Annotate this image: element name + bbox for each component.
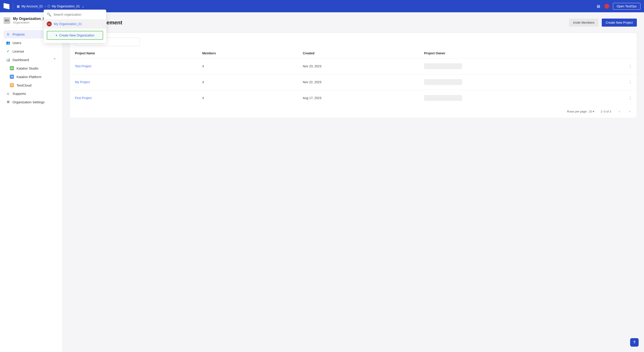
- org-search-row: 🔍: [44, 10, 106, 19]
- rows-per-page-label: Rows per page:: [567, 110, 588, 113]
- sidebar-item-label: License: [12, 50, 24, 53]
- table-row: Test Project 4 Nov 23, 2023 ⋮: [70, 58, 636, 74]
- globe-icon[interactable]: [604, 4, 609, 9]
- testcloud-icon: TC: [10, 83, 14, 87]
- prev-page-button[interactable]: ‹: [618, 109, 622, 114]
- table-row: First Project 4 Aug 17, 2023 ⋮: [70, 90, 636, 106]
- sidebar-item-label: Katalon Studio: [16, 66, 38, 70]
- building-icon: [17, 4, 20, 8]
- org-dropdown-item[interactable]: MO My Organization_01: [44, 19, 106, 29]
- owner-placeholder: [424, 79, 462, 85]
- main-content: Project Management Invite Members Create…: [63, 12, 644, 352]
- sidebar-item-label: TestCloud: [16, 84, 32, 87]
- project-link[interactable]: Test Project: [75, 64, 91, 68]
- sitemap-icon: [48, 4, 50, 8]
- breadcrumb-org[interactable]: My Organization_01 ⌄: [48, 4, 84, 8]
- projects-icon: ⎘: [6, 32, 10, 36]
- cell-created: Nov 22, 2023: [298, 74, 419, 90]
- projects-table: Project Name Members Created Project Own…: [70, 48, 636, 106]
- org-label: My Organization_01: [52, 4, 80, 8]
- sidebar-item-label: Dashboard: [12, 58, 29, 62]
- pagination-range: 1–3 of 3: [600, 110, 611, 113]
- sidebar-item-label: Users: [12, 41, 21, 45]
- col-owner: Project Owner: [419, 48, 623, 58]
- plus-icon: +: [56, 34, 57, 37]
- sidebar-item-dashboard[interactable]: 📊 Dashboard ⌃: [4, 56, 59, 64]
- help-fab[interactable]: ?: [630, 338, 639, 347]
- col-created: Created: [298, 48, 419, 58]
- table-row: My Project 4 Nov 22, 2023 ⋮: [70, 74, 636, 90]
- logo-icon[interactable]: [4, 3, 10, 10]
- project-link[interactable]: First Project: [75, 96, 92, 100]
- search-icon: 🔍: [47, 12, 51, 16]
- sidebar-item-katalon-studio[interactable]: SE Katalon Studio: [4, 64, 59, 72]
- sidebar-item-katalon-platform[interactable]: TE Katalon Platform: [4, 72, 59, 81]
- create-new-project-button[interactable]: Create New Project: [602, 18, 637, 26]
- col-members: Members: [197, 48, 298, 58]
- create-org-label: Create New Organization: [59, 34, 94, 37]
- sidebar-item-label: Organization Settings: [12, 100, 44, 104]
- dashboard-icon: 📊: [6, 58, 10, 62]
- platform-icon: TE: [10, 75, 14, 79]
- cell-members: 4: [197, 74, 298, 90]
- chevron-down-icon: ⌄: [82, 4, 84, 8]
- gear-icon: ⚙: [6, 100, 10, 104]
- page-actions: Invite Members Create New Project: [569, 18, 637, 26]
- sidebar-item-supports[interactable]: ☺ Supports: [4, 90, 59, 98]
- sidebar-item-label: Projects: [12, 32, 24, 36]
- row-more-icon[interactable]: ⋮: [623, 74, 636, 90]
- divider: [13, 3, 13, 10]
- header-right: ▤ Open TestOps: [596, 3, 640, 10]
- open-testops-button[interactable]: Open TestOps: [613, 3, 640, 10]
- breadcrumb-account[interactable]: My Account_01 ›: [17, 4, 46, 8]
- projects-card: Project Name Members Created Project Own…: [70, 33, 637, 118]
- account-label: My Account_01: [22, 4, 43, 8]
- cell-created: Aug 17, 2023: [298, 90, 419, 106]
- chevron-up-icon: ⌃: [53, 58, 56, 62]
- sidebar-item-license[interactable]: ✓ License: [4, 47, 59, 56]
- next-page-button[interactable]: ›: [628, 109, 632, 114]
- rows-per-page-select[interactable]: 10 ▾: [589, 110, 594, 113]
- help-icon: ?: [633, 340, 636, 344]
- chevron-right-icon: ›: [45, 5, 46, 8]
- org-dropdown: 🔍 MO My Organization_01 + Create New Org…: [44, 10, 106, 43]
- org-search-input[interactable]: [54, 13, 103, 16]
- create-org-button[interactable]: + Create New Organization: [47, 31, 103, 40]
- studio-icon: SE: [10, 66, 14, 70]
- header-left: My Account_01 › My Organization_01 ⌄: [4, 3, 84, 10]
- cell-members: 4: [197, 58, 298, 74]
- sidebar-org-avatar: MO: [4, 17, 10, 24]
- sidebar-org-name: My Organization_0: [13, 17, 45, 21]
- notes-icon[interactable]: ▤: [596, 4, 601, 8]
- sidebar: MO My Organization_0 Organization ⎘ Proj…: [0, 12, 63, 352]
- org-dropdown-item-label: My Organization_01: [54, 22, 82, 26]
- sidebar-item-label: Katalon Platform: [16, 75, 42, 79]
- sidebar-org-type: Organization: [13, 21, 45, 24]
- invite-members-button[interactable]: Invite Members: [569, 18, 598, 26]
- license-icon: ✓: [6, 49, 10, 53]
- sidebar-item-org-settings[interactable]: ⚙ Organization Settings: [4, 98, 59, 106]
- row-more-icon[interactable]: ⋮: [623, 90, 636, 106]
- cell-created: Nov 23, 2023: [298, 58, 419, 74]
- chevron-down-icon: ▾: [593, 110, 594, 113]
- org-avatar-icon: MO: [47, 22, 52, 26]
- cell-members: 4: [197, 90, 298, 106]
- col-project-name[interactable]: Project Name: [70, 48, 197, 58]
- owner-placeholder: [424, 95, 462, 101]
- project-link[interactable]: My Project: [75, 80, 90, 84]
- sidebar-item-label: Supports: [12, 92, 26, 96]
- owner-placeholder: [424, 63, 462, 69]
- row-more-icon[interactable]: ⋮: [623, 58, 636, 74]
- supports-icon: ☺: [6, 92, 10, 96]
- page-header-row: Project Management Invite Members Create…: [70, 18, 637, 26]
- pagination: Rows per page: 10 ▾ 1–3 of 3 ‹ ›: [70, 106, 636, 114]
- sidebar-item-testcloud[interactable]: TC TestCloud: [4, 81, 59, 90]
- users-icon: 👥: [6, 41, 10, 45]
